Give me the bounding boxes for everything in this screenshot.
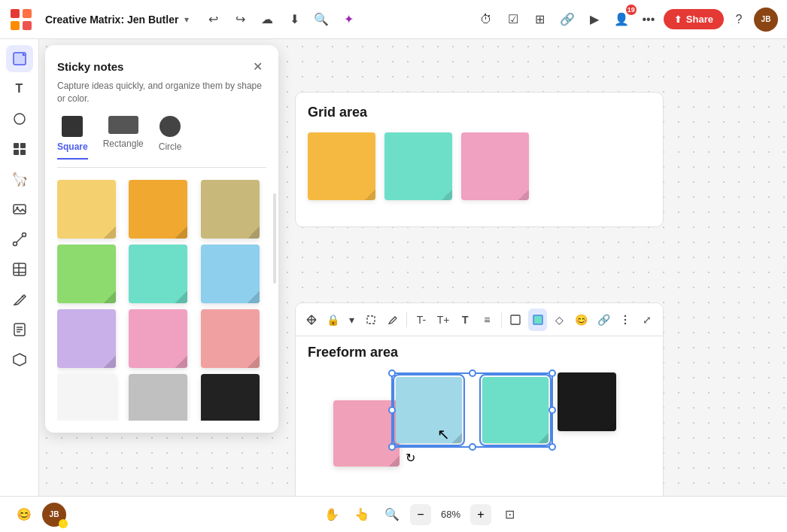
help-button[interactable]: ?	[727, 8, 751, 32]
tb-expand-button[interactable]: ⤢	[638, 309, 657, 331]
tb-align[interactable]: ≡	[478, 309, 497, 331]
ai-button[interactable]: ✦	[336, 8, 360, 32]
sticky-color-tan[interactable]	[201, 180, 260, 239]
tb-link-button[interactable]: 🔗	[594, 309, 613, 331]
sticky-color-yellow[interactable]	[57, 180, 116, 239]
sidebar-item-draw[interactable]	[6, 286, 33, 313]
sticky-color-teal[interactable]	[129, 245, 187, 303]
sticky-color-pink[interactable]	[129, 309, 187, 368]
share-icon: ⬆	[674, 14, 682, 25]
tb-text-larger[interactable]: T+	[433, 309, 452, 331]
present-button[interactable]: ▶	[582, 8, 606, 32]
svg-point-29	[624, 318, 626, 320]
canvas-sticky-black-sticky[interactable]	[558, 372, 616, 431]
tab-rectangle[interactable]: Rectangle	[103, 116, 144, 160]
grid-sticky-pink-sticky[interactable]	[461, 132, 529, 200]
tab-circle[interactable]: Circle	[159, 116, 182, 160]
link-button[interactable]: 🔗	[555, 8, 579, 32]
sel-handle-3[interactable]	[548, 406, 556, 414]
svg-point-30	[624, 322, 626, 324]
zoom-fit-button[interactable]: 🔍	[380, 503, 404, 527]
sticky-color-white[interactable]	[57, 374, 116, 421]
fit-screen-button[interactable]: ⊡	[497, 503, 521, 527]
grid-sticky-orange-sticky[interactable]	[308, 132, 375, 200]
sticky-color-gray[interactable]	[129, 374, 187, 421]
sticky-color-orange[interactable]	[129, 180, 187, 239]
tb-lock-dropdown[interactable]: ▾	[345, 309, 358, 331]
freeform-content[interactable]: ↖↻	[296, 336, 663, 496]
cloud-button[interactable]: ☁	[255, 8, 279, 32]
tb-fill-color-button[interactable]	[528, 309, 547, 331]
tab-square[interactable]: Square	[57, 116, 88, 160]
sidebar-item-connector[interactable]	[6, 226, 33, 253]
sticky-color-black[interactable]	[201, 374, 260, 421]
sidebar-item-sticky-notes[interactable]	[6, 45, 33, 72]
svg-rect-3	[23, 21, 32, 30]
sidebar-item-notes[interactable]	[6, 316, 33, 343]
sidebar-item-shapes[interactable]	[6, 105, 33, 132]
sidebar-item-llama[interactable]: 🦙	[6, 166, 33, 193]
tb-separator-1	[406, 312, 407, 327]
tb-pen-button[interactable]	[383, 309, 402, 331]
shape-tabs: Square Rectangle Circle	[57, 116, 266, 168]
redo-button[interactable]: ↪	[228, 8, 252, 32]
canvas-sticky-light-blue-sticky[interactable]	[396, 377, 462, 443]
sidebar-item-text[interactable]: T	[6, 75, 33, 102]
sel-handle-0[interactable]	[469, 369, 476, 377]
panel-scrollbar[interactable]	[273, 193, 276, 284]
search-button[interactable]: 🔍	[309, 8, 333, 32]
logo	[9, 8, 33, 32]
sel-handle-4[interactable]	[388, 369, 396, 377]
tb-more-button[interactable]	[616, 309, 635, 331]
svg-rect-26	[511, 315, 520, 324]
avatar: JB	[754, 8, 778, 32]
panel-header: Sticky notes ✕	[57, 57, 266, 75]
tb-emoji-button[interactable]: 😊	[572, 309, 591, 331]
emoji-reaction-button[interactable]: 😊	[12, 503, 36, 527]
square-shape-icon	[62, 116, 83, 137]
canvas-sticky-pink-sticky[interactable]	[333, 400, 400, 467]
svg-rect-15	[14, 263, 26, 275]
sel-handle-5[interactable]	[548, 369, 556, 377]
tb-move-button[interactable]	[302, 309, 321, 331]
zoom-out-button[interactable]: −	[410, 504, 431, 525]
panel-title: Sticky notes	[57, 60, 123, 73]
sidebar-item-grid[interactable]	[6, 135, 33, 163]
sticky-color-salmon[interactable]	[201, 309, 260, 368]
sticky-color-green[interactable]	[57, 245, 116, 303]
grid-sticky-teal-sticky[interactable]	[384, 132, 452, 200]
panel-close-button[interactable]: ✕	[248, 57, 266, 75]
svg-point-13	[13, 242, 17, 246]
frames-button[interactable]: ⊞	[528, 8, 552, 32]
sel-handle-7[interactable]	[548, 443, 556, 451]
tb-select-button[interactable]	[361, 309, 380, 331]
tb-opacity-button[interactable]: ◇	[550, 309, 569, 331]
download-button[interactable]: ⬇	[282, 8, 306, 32]
canvas-sticky-teal-sticky[interactable]	[482, 377, 548, 443]
sidebar-item-table[interactable]	[6, 256, 33, 283]
more-button[interactable]: •••	[637, 8, 661, 32]
main-area: T 🦙	[0, 39, 787, 496]
hand-tool[interactable]: ✋	[320, 503, 344, 527]
undo-button[interactable]: ↩	[201, 8, 225, 32]
sel-handle-1[interactable]	[469, 443, 476, 451]
header-dropdown[interactable]: ▾	[184, 14, 189, 25]
zoom-in-button[interactable]: +	[470, 504, 491, 525]
svg-rect-8	[20, 143, 26, 148]
svg-rect-7	[14, 143, 19, 148]
tb-lock-button[interactable]: 🔒	[324, 309, 342, 331]
sticky-color-light-blue[interactable]	[201, 245, 260, 303]
tb-text[interactable]: T	[456, 309, 475, 331]
rotate-handle[interactable]: ↻	[406, 451, 415, 465]
svg-rect-9	[14, 150, 19, 155]
sticky-color-lavender[interactable]	[57, 309, 116, 368]
sidebar-item-image[interactable]	[6, 196, 33, 223]
tb-fill-button[interactable]	[506, 309, 525, 331]
share-button[interactable]: ⬆ Share	[664, 9, 724, 29]
canvas-area[interactable]: Sticky notes ✕ Capture ideas quickly, an…	[39, 39, 787, 496]
pointer-tool[interactable]: 👆	[350, 503, 374, 527]
tb-text-smaller[interactable]: T-	[412, 309, 430, 331]
timer-button[interactable]: ⏱	[474, 8, 498, 32]
tasks-button[interactable]: ☑	[501, 8, 525, 32]
sidebar-item-integration[interactable]	[6, 346, 33, 373]
